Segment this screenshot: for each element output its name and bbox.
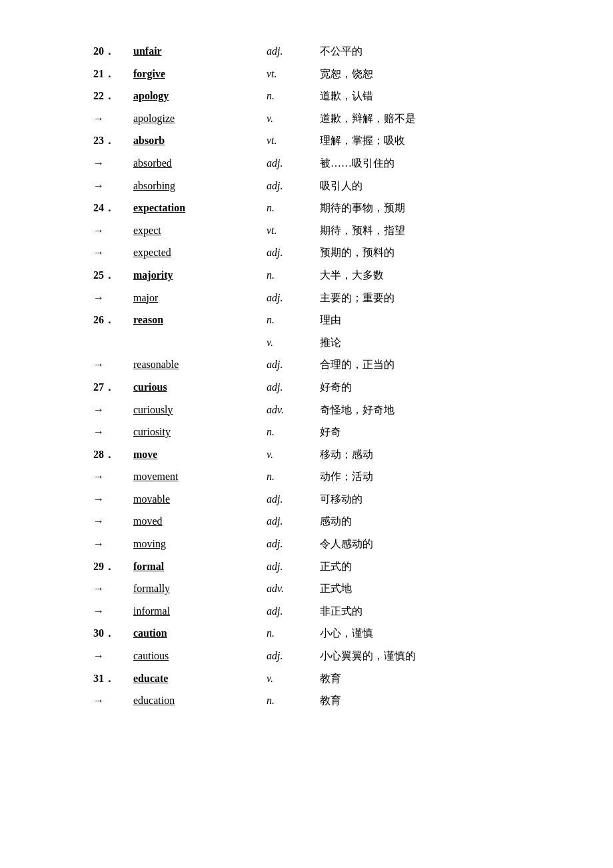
pos-text: adj. [267, 515, 283, 527]
entry-pos: n. [267, 85, 320, 107]
entry-meaning: 被……吸引住的 [320, 152, 546, 175]
word-text: major [133, 292, 158, 303]
pos-text: adj. [267, 605, 283, 617]
entry-word: caution [133, 622, 267, 645]
entry-number: 22． [93, 85, 133, 107]
entry-num-text: 25． [93, 269, 115, 281]
entry-meaning: 宽恕，饶恕 [320, 63, 546, 85]
entry-word: apologize [133, 107, 267, 130]
pos-text: n. [267, 471, 275, 482]
meaning-text: 主要的；重要的 [320, 292, 394, 303]
meaning-text: 非正式的 [320, 605, 362, 617]
entry-meaning: 非正式的 [320, 600, 546, 623]
entry-word: major [133, 287, 267, 309]
vocab-row: →movableadj.可移动的 [93, 488, 546, 511]
pos-text: vt. [267, 68, 277, 79]
vocab-row: →majoradj.主要的；重要的 [93, 287, 546, 309]
entry-pos: vt. [267, 63, 320, 85]
entry-number: → [93, 645, 133, 667]
entry-word: expected [133, 241, 267, 264]
pos-text: n. [267, 314, 275, 325]
entry-pos: adj. [267, 287, 320, 309]
entry-pos: adj. [267, 600, 320, 623]
meaning-text: 正式的 [320, 561, 352, 572]
entry-meaning: 小心翼翼的，谨慎的 [320, 645, 546, 667]
entry-meaning: 好奇的 [320, 376, 546, 399]
word-text: absorbed [133, 157, 172, 169]
entry-pos: n. [267, 309, 320, 331]
meaning-text: 不公平的 [320, 45, 362, 57]
entry-number: → [93, 421, 133, 443]
vocab-row: →absorbingadj.吸引人的 [93, 175, 546, 197]
entry-pos: v. [267, 667, 320, 690]
meaning-text: 可移动的 [320, 493, 362, 505]
meaning-text: 小心，谨慎 [320, 627, 373, 639]
entry-number: → [93, 465, 133, 488]
meaning-text: 理解，掌握；吸收 [320, 135, 405, 146]
word-text: expect [133, 225, 161, 236]
entry-number: 31． [93, 667, 133, 690]
meaning-text: 奇怪地，好奇地 [320, 404, 394, 415]
entry-word: moved [133, 510, 267, 533]
meaning-text: 感动的 [320, 515, 352, 527]
entry-pos: adv. [267, 399, 320, 421]
entry-meaning: 感动的 [320, 510, 546, 533]
entry-meaning: 可移动的 [320, 488, 546, 511]
pos-text: n. [267, 695, 275, 706]
vocab-row: 27．curiousadj.好奇的 [93, 376, 546, 399]
entry-num-text: 30． [93, 627, 115, 639]
meaning-text: 推论 [320, 337, 341, 348]
pos-text: vt. [267, 225, 277, 236]
pos-text: n. [267, 426, 275, 437]
entry-word: educate [133, 667, 267, 690]
entry-pos: adj. [267, 645, 320, 667]
entry-pos: adj. [267, 152, 320, 175]
entry-number: 24． [93, 197, 133, 219]
entry-pos: v. [267, 331, 320, 354]
entry-pos: adj. [267, 533, 320, 555]
entry-number: 26． [93, 309, 133, 331]
word-text: majority [133, 269, 173, 281]
entry-meaning: 道歉，辩解，赔不是 [320, 107, 546, 130]
entry-pos: adj. [267, 175, 320, 197]
vocab-row: 21．forgivevt.宽恕，饶恕 [93, 63, 546, 85]
meaning-text: 动作；活动 [320, 471, 373, 482]
pos-text: adj. [267, 561, 283, 572]
entry-pos: n. [267, 421, 320, 443]
entry-pos: n. [267, 264, 320, 287]
entry-number: 23． [93, 129, 133, 152]
entry-num-text: 31． [93, 673, 115, 684]
word-text: formal [133, 561, 164, 572]
vocab-row: →movedadj.感动的 [93, 510, 546, 533]
entry-meaning: 动作；活动 [320, 465, 546, 488]
entry-word: absorbing [133, 175, 267, 197]
entry-meaning: 教育 [320, 667, 546, 690]
meaning-text: 理由 [320, 314, 341, 325]
entry-number: → [93, 287, 133, 309]
entry-meaning: 移动；感动 [320, 443, 546, 466]
vocab-row: →movementn.动作；活动 [93, 465, 546, 488]
vocab-row: →expectedadj.预期的，预料的 [93, 241, 546, 264]
entry-number: → [93, 353, 133, 376]
meaning-text: 正式地 [320, 583, 352, 594]
word-text: moved [133, 515, 163, 527]
arrow-symbol: → [93, 426, 104, 437]
arrow-symbol: → [93, 157, 104, 169]
pos-text: adj. [267, 180, 283, 191]
entry-number: 29． [93, 555, 133, 578]
vocabulary-table: 20．unfairadj.不公平的21．forgivevt.宽恕，饶恕22．ap… [93, 40, 546, 712]
entry-word: apology [133, 85, 267, 107]
arrow-symbol: → [93, 180, 104, 191]
pos-text: adv. [267, 404, 284, 415]
vocab-row: →movingadj.令人感动的 [93, 533, 546, 555]
entry-word: informal [133, 600, 267, 623]
entry-meaning: 不公平的 [320, 40, 546, 63]
entry-num-text: 22． [93, 90, 115, 101]
meaning-text: 令人感动的 [320, 538, 373, 549]
meaning-text: 宽恕，饶恕 [320, 68, 373, 79]
entry-word: movable [133, 488, 267, 511]
word-text: reasonable [133, 359, 179, 370]
pos-text: n. [267, 627, 275, 639]
entry-meaning: 期待，预料，指望 [320, 219, 546, 242]
vocab-row: →apologizev.道歉，辩解，赔不是 [93, 107, 546, 130]
